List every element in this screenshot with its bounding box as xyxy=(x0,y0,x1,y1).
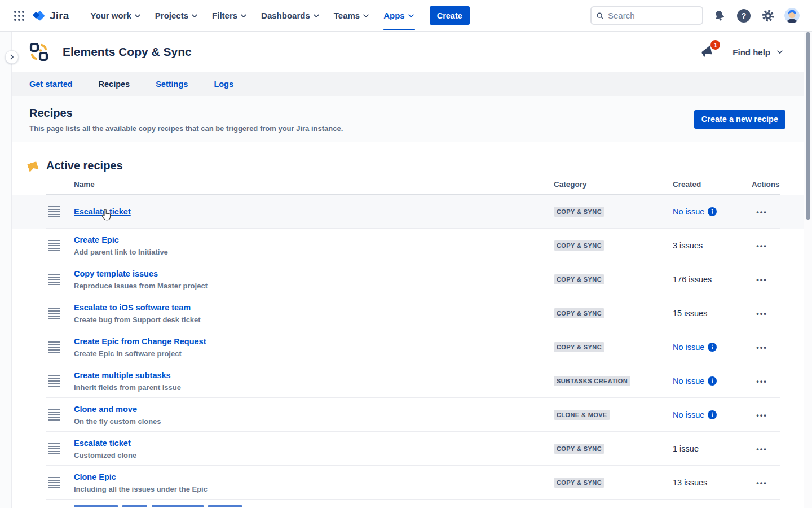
recipe-name-link[interactable]: Create multiple subtasks xyxy=(74,371,171,380)
recipe-row: Escalate to iOS software team Create bug… xyxy=(12,296,804,330)
recipe-name-link[interactable]: Escalate ticket xyxy=(74,439,131,448)
column-category: Category xyxy=(554,180,587,189)
search-box[interactable] xyxy=(590,6,703,25)
jira-logo[interactable]: Jira xyxy=(33,9,69,23)
category-badge: COPY & SYNC xyxy=(554,342,604,352)
chevron-down-icon xyxy=(776,48,784,56)
created-value: 13 issues xyxy=(673,478,707,487)
row-actions-button[interactable]: ••• xyxy=(751,204,773,219)
user-avatar[interactable] xyxy=(784,8,800,23)
row-actions-button[interactable]: ••• xyxy=(751,238,773,253)
nav-right-cluster: ? xyxy=(590,6,800,25)
create-button[interactable]: Create xyxy=(430,6,470,25)
row-actions-button[interactable]: ••• xyxy=(751,374,773,388)
recipe-row: Escalate ticket Customized clone COPY & … xyxy=(12,432,804,466)
drag-handle-icon[interactable] xyxy=(48,477,60,488)
recipe-row: Clone and move On the fly custom clones … xyxy=(12,398,804,432)
created-value: 3 issues xyxy=(673,241,703,250)
column-created: Created xyxy=(673,180,701,189)
jira-mark-icon xyxy=(33,9,46,23)
category-badge: COPY & SYNC xyxy=(554,478,604,488)
settings-gear-icon[interactable] xyxy=(760,8,776,24)
notifications-bell-icon[interactable] xyxy=(712,8,727,24)
category-badge: COPY & SYNC xyxy=(554,207,604,217)
recipe-name-link[interactable]: Create Epic xyxy=(74,235,119,244)
tab-logs[interactable]: Logs xyxy=(214,80,233,89)
nav-item-projects[interactable]: Projects xyxy=(155,0,198,32)
column-actions: Actions xyxy=(752,180,780,189)
recipe-name-link[interactable]: Clone and move xyxy=(74,405,137,414)
scrollbar-thumb[interactable] xyxy=(806,32,810,220)
top-navigation: Jira Your work Projects Filters Dashboar… xyxy=(0,0,812,32)
nav-item-dashboards[interactable]: Dashboards xyxy=(261,0,320,32)
tab-recipes[interactable]: Recipes xyxy=(99,80,130,89)
help-icon[interactable]: ? xyxy=(736,8,752,24)
elements-copy-sync-logo xyxy=(29,42,48,62)
sidebar-expand-button[interactable] xyxy=(5,50,19,64)
nav-item-filters[interactable]: Filters xyxy=(212,0,248,32)
announcements-megaphone-icon[interactable]: 1 xyxy=(700,43,717,60)
collapsed-sidebar xyxy=(0,32,12,508)
row-actions-button[interactable]: ••• xyxy=(751,475,773,490)
info-icon[interactable] xyxy=(708,207,717,216)
category-badge: COPY & SYNC xyxy=(554,444,604,454)
nav-item-your-work[interactable]: Your work xyxy=(91,0,142,32)
recipe-name-link[interactable]: Copy template issues xyxy=(74,269,158,278)
jira-logo-text: Jira xyxy=(50,10,69,22)
row-actions-button[interactable]: ••• xyxy=(751,340,773,354)
row-actions-button[interactable]: ••• xyxy=(751,441,773,456)
search-input[interactable] xyxy=(608,11,692,20)
app-switcher-icon[interactable] xyxy=(10,7,28,25)
created-value: 1 issue xyxy=(673,444,699,453)
created-value: No issue xyxy=(673,343,717,352)
row-actions-button[interactable]: ••• xyxy=(751,272,773,287)
primary-nav: Your work Projects Filters Dashboards Te… xyxy=(84,0,422,32)
tab-settings[interactable]: Settings xyxy=(156,80,188,89)
recipes-flag-icon xyxy=(27,161,39,173)
recipe-subtitle: Reproduce issues from Master project xyxy=(74,282,208,290)
drag-handle-icon[interactable] xyxy=(48,308,60,319)
recipe-row: Escalate ticket COPY & SYNC No issue ••• xyxy=(12,195,804,229)
chevron-down-icon xyxy=(407,12,415,20)
recipe-row: Clone Epic Including all the issues unde… xyxy=(12,466,804,500)
recipe-subtitle: Create bug from Support desk ticket xyxy=(74,316,201,324)
app-title: Elements Copy & Sync xyxy=(63,45,192,59)
recipe-name-link[interactable]: Escalate to iOS software team xyxy=(74,303,191,312)
recipe-subtitle: Customized clone xyxy=(74,451,136,459)
row-actions-button[interactable]: ••• xyxy=(751,306,773,321)
main-content: Elements Copy & Sync 1 Find help Get sta… xyxy=(12,32,804,508)
row-actions-button[interactable]: ••• xyxy=(751,408,773,422)
info-icon[interactable] xyxy=(708,376,717,386)
column-name: Name xyxy=(74,180,95,189)
chevron-right-icon xyxy=(8,54,15,60)
drag-handle-icon[interactable] xyxy=(48,274,60,285)
category-badge: COPY & SYNC xyxy=(554,274,604,284)
nav-item-apps[interactable]: Apps xyxy=(383,0,415,32)
recipe-name-link[interactable]: Create Epic from Change Request xyxy=(74,337,206,346)
drag-handle-icon[interactable] xyxy=(48,240,60,251)
info-icon[interactable] xyxy=(708,410,717,419)
recipe-subtitle: Create Epic in software project xyxy=(74,349,206,358)
recipe-name-link[interactable]: Clone Epic xyxy=(74,472,116,481)
page-title: Recipes xyxy=(29,107,343,120)
recipe-row: Create Epic Add parent link to Initiativ… xyxy=(12,229,804,262)
section-title: Active recipes xyxy=(46,159,123,172)
nav-item-teams[interactable]: Teams xyxy=(334,0,370,32)
info-icon[interactable] xyxy=(708,343,717,352)
find-help-dropdown[interactable]: Find help xyxy=(732,47,784,57)
drag-handle-icon[interactable] xyxy=(48,443,60,454)
chevron-down-icon xyxy=(191,12,198,20)
drag-handle-icon[interactable] xyxy=(48,409,60,421)
recipe-name-link[interactable]: Escalate ticket xyxy=(74,207,131,216)
drag-handle-icon[interactable] xyxy=(48,375,60,387)
recipes-table-body: Escalate ticket COPY & SYNC No issue •••… xyxy=(12,195,804,507)
drag-handle-icon[interactable] xyxy=(48,206,60,217)
page-header: Recipes This page lists all the availabl… xyxy=(12,96,804,142)
drag-handle-icon[interactable] xyxy=(48,341,60,353)
table-header: Name Category Created Actions xyxy=(12,179,804,195)
page-scrollbar[interactable] xyxy=(804,32,812,508)
tab-get-started[interactable]: Get started xyxy=(29,80,73,89)
created-value: No issue xyxy=(673,207,717,216)
recipe-row: Create multiple subtasks Inherit fields … xyxy=(12,364,804,398)
create-new-recipe-button[interactable]: Create a new recipe xyxy=(694,110,785,129)
